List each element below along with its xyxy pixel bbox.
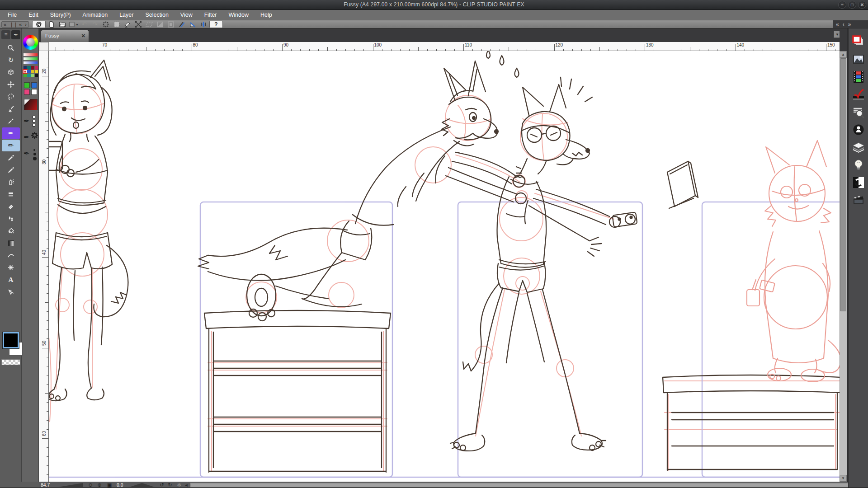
minimize-button[interactable]: – xyxy=(838,1,846,9)
foreground-color-swatch[interactable] xyxy=(3,332,19,348)
panel-collapse-left-icon[interactable]: « xyxy=(19,22,22,27)
dock-collapse-icon[interactable]: « xyxy=(836,21,839,28)
deselect-button[interactable] xyxy=(101,21,111,28)
colorize-icon[interactable] xyxy=(852,176,865,189)
menu-storyp[interactable]: Story(P) xyxy=(44,10,77,20)
transparent-color-swatch[interactable] xyxy=(1,359,20,365)
crop-frame-button[interactable] xyxy=(166,21,176,28)
panel-expand-right-icon[interactable]: › xyxy=(25,22,27,27)
snap-to-ruler-button[interactable] xyxy=(177,21,187,28)
menu-selection[interactable]: Selection xyxy=(139,10,174,20)
dock-prev-icon[interactable]: ‹ xyxy=(843,21,844,28)
tool-auto-select[interactable] xyxy=(2,103,20,115)
undo-button[interactable]: ↶ xyxy=(79,21,89,28)
snap-to-special-ruler-button[interactable] xyxy=(188,21,198,28)
tool-operation[interactable] xyxy=(2,66,20,78)
tool-rotate-canvas[interactable]: ↻ xyxy=(2,54,20,66)
layer-property-icon[interactable] xyxy=(852,123,865,136)
layer-search-icon[interactable] xyxy=(852,105,865,119)
vertical-scroll-thumb[interactable] xyxy=(840,58,846,311)
color-swatch[interactable] xyxy=(27,66,30,70)
redo-button[interactable]: ↷ xyxy=(90,21,100,28)
menu-layer[interactable]: Layer xyxy=(113,10,139,20)
mesh-transform-button[interactable] xyxy=(155,21,165,28)
vertical-scrollbar[interactable]: ▲ ▼ xyxy=(840,51,847,482)
tool-eraser[interactable] xyxy=(2,201,20,212)
history-icon[interactable] xyxy=(852,158,865,172)
tool-move-layer[interactable] xyxy=(2,79,20,90)
tool-blend[interactable] xyxy=(2,213,20,225)
tool-fill[interactable] xyxy=(2,225,20,237)
color-swatch[interactable] xyxy=(27,70,30,74)
tab-close-icon[interactable]: ✕ xyxy=(81,33,85,39)
menu-view[interactable]: View xyxy=(175,10,198,20)
open-file-button[interactable] xyxy=(57,21,67,28)
menu-help[interactable]: Help xyxy=(255,10,278,20)
clip-studio-button[interactable] xyxy=(32,21,46,28)
sub-tool-detail-squares[interactable]: ✒ xyxy=(24,116,38,128)
tool-figure[interactable] xyxy=(2,188,20,200)
gradient-preview[interactable] xyxy=(24,99,38,110)
zoom-slider[interactable] xyxy=(58,483,83,487)
blue-slider[interactable] xyxy=(24,61,38,64)
rotation-slider[interactable] xyxy=(129,483,155,487)
document-tab[interactable]: Fussy ✕ xyxy=(41,30,89,42)
dock-collapse-left-icon[interactable]: « xyxy=(4,22,6,27)
tool-text[interactable]: A xyxy=(2,274,20,286)
color-swatch[interactable] xyxy=(31,70,34,74)
color-swatch[interactable] xyxy=(24,66,27,70)
tool-decoration[interactable] xyxy=(2,262,20,273)
menu-animation[interactable]: Animation xyxy=(77,10,114,20)
auto-action-icon[interactable] xyxy=(852,88,865,101)
horizontal-scroll-thumb[interactable] xyxy=(191,483,863,487)
scroll-up-icon[interactable]: ▲ xyxy=(840,51,847,58)
tool-eyedropper[interactable] xyxy=(2,115,20,127)
tool-watercolor[interactable] xyxy=(2,164,20,176)
scroll-down-icon[interactable]: ▼ xyxy=(840,475,847,482)
help-button[interactable]: ? xyxy=(209,21,223,28)
page-manager-icon[interactable] xyxy=(852,35,865,48)
red-slider[interactable] xyxy=(24,53,38,56)
tool-curve[interactable] xyxy=(2,249,20,261)
tool-selection[interactable] xyxy=(2,91,20,103)
storyboard-icon[interactable] xyxy=(852,193,865,207)
tool-zoom[interactable] xyxy=(2,42,20,54)
clear-selection-button[interactable] xyxy=(123,21,132,28)
tool-gradient[interactable] xyxy=(2,237,20,249)
tool-pen[interactable]: ✒ xyxy=(2,127,20,139)
color-swatch[interactable] xyxy=(31,66,34,70)
scale-rotate-button[interactable] xyxy=(144,21,154,28)
layer-palette-icon[interactable] xyxy=(852,141,865,154)
sub-tool-detail-dots[interactable]: ✒ xyxy=(24,148,38,161)
color-swatch[interactable] xyxy=(35,74,38,77)
save-button[interactable]: ▾ xyxy=(68,21,78,28)
timeline-icon[interactable] xyxy=(852,70,865,84)
tool-pencil[interactable]: ✏ xyxy=(2,140,20,151)
color-set[interactable] xyxy=(24,66,38,77)
color-swatch[interactable] xyxy=(24,70,27,74)
maximize-button[interactable]: □ xyxy=(848,1,856,9)
color-swatch[interactable] xyxy=(35,66,38,70)
tool-correct-line[interactable] xyxy=(2,286,20,298)
snap-to-grid-button[interactable] xyxy=(198,21,208,28)
new-file-button[interactable] xyxy=(47,21,57,28)
menu-window[interactable]: Window xyxy=(223,10,255,20)
select-again-button[interactable] xyxy=(112,21,122,28)
green-slider[interactable] xyxy=(24,57,38,60)
invert-selection-button[interactable] xyxy=(133,21,143,28)
color-swatch[interactable] xyxy=(35,70,38,74)
tool-panel-menu-icon[interactable]: ≡ xyxy=(1,30,10,39)
tool-airbrush[interactable] xyxy=(2,176,20,188)
tool-brush[interactable] xyxy=(2,152,20,164)
intermediate-swatch[interactable] xyxy=(31,89,37,95)
color-swatch[interactable] xyxy=(27,74,30,77)
color-swatch[interactable] xyxy=(24,74,27,77)
dock-next-icon[interactable]: » xyxy=(848,21,851,28)
navigator-icon[interactable] xyxy=(852,52,865,66)
sub-tool-settings-gear[interactable]: ✒ xyxy=(24,132,38,145)
horizontal-scrollbar[interactable] xyxy=(190,483,864,488)
menu-file[interactable]: File xyxy=(2,10,23,20)
tool-panel-pen-icon[interactable]: ✒ xyxy=(11,30,20,39)
color-wheel[interactable] xyxy=(23,35,38,50)
menu-filter[interactable]: Filter xyxy=(198,10,223,20)
